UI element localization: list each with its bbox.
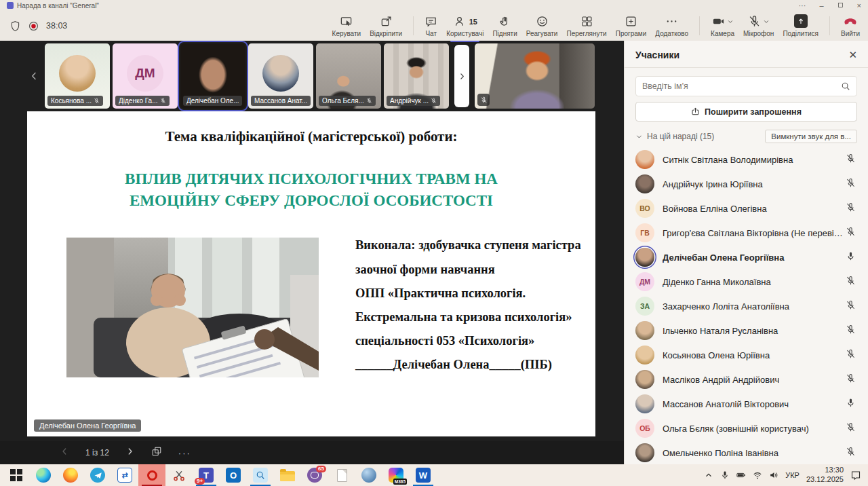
avatar bbox=[635, 321, 654, 340]
participant-row-speaking[interactable]: Делічебан Олена Георгіївна bbox=[625, 245, 868, 269]
slide-body-text: Виконала: здобувачка ступеня магістра за… bbox=[355, 238, 591, 381]
previous-slide-button[interactable] bbox=[60, 447, 69, 459]
taskbar-app-teams[interactable]: T9+ bbox=[193, 464, 220, 486]
window-close-button[interactable]: × bbox=[857, 2, 861, 9]
video-tile[interactable]: Ольга Бєля... bbox=[316, 43, 381, 109]
start-button[interactable] bbox=[3, 464, 30, 486]
apps-button[interactable]: Програми bbox=[616, 15, 647, 39]
taskbar-app-firefox[interactable] bbox=[57, 464, 84, 486]
taskbar-app-opera[interactable] bbox=[138, 464, 165, 486]
manage-button[interactable]: Керувати bbox=[332, 15, 361, 39]
microphone-button[interactable]: Мікрофон bbox=[743, 15, 774, 39]
taskbar-app-teamviewer[interactable]: ⇄ bbox=[111, 464, 138, 486]
mic-muted-icon bbox=[846, 202, 856, 215]
participant-row[interactable]: Ільченко Наталя Русланівна bbox=[625, 318, 868, 343]
participant-row[interactable]: ГВГригор'єва Світлана Вікторівна (Не пер… bbox=[625, 221, 868, 245]
people-button[interactable]: 15Користувачі bbox=[446, 15, 484, 39]
copilot-label: M365 bbox=[393, 479, 407, 485]
mic-muted-icon bbox=[160, 98, 166, 104]
slide-thumbnails-button[interactable] bbox=[151, 446, 162, 460]
participant-row[interactable]: ОБОльга Бєляк (зовнішній користувач) bbox=[625, 416, 868, 441]
opera-icon bbox=[147, 470, 157, 481]
filmstrip-next-button[interactable] bbox=[454, 45, 469, 107]
raise-hand-button[interactable]: Підняти bbox=[492, 15, 517, 39]
mic-muted-icon bbox=[366, 98, 372, 104]
avatar bbox=[59, 55, 96, 92]
unpin-button[interactable]: Відкріпити bbox=[370, 15, 402, 39]
taskbar-app-snipping-tool[interactable] bbox=[165, 464, 193, 486]
avatar-speaking bbox=[635, 248, 654, 267]
participant-row[interactable]: ДМДіденко Ганна Миколаївна bbox=[625, 269, 868, 294]
participant-row[interactable]: ЗАЗахарченко Лоліта Анатоліївна bbox=[625, 294, 868, 318]
window-more-button[interactable]: ··· bbox=[798, 2, 806, 9]
participant-name: Войнова Елліна Олегівна bbox=[663, 204, 846, 214]
camera-button[interactable]: Камера bbox=[711, 15, 734, 39]
taskbar-app-telegram[interactable] bbox=[84, 464, 111, 486]
panel-close-button[interactable]: ✕ bbox=[848, 49, 857, 61]
participant-row[interactable]: Ситнік Світлана Володимирівна bbox=[625, 147, 868, 172]
chevron-down-icon[interactable] bbox=[727, 18, 734, 25]
avatar-initials: ДМ bbox=[127, 55, 163, 92]
share-button[interactable]: Поділитися bbox=[783, 14, 818, 39]
taskbar-app-skype[interactable] bbox=[355, 464, 382, 486]
taskbar-app-outlook[interactable]: O bbox=[220, 464, 247, 486]
video-tile[interactable]: Андрійчук ... bbox=[384, 43, 449, 109]
react-button[interactable]: Реагувати bbox=[526, 15, 558, 39]
participant-row[interactable]: ВОВойнова Елліна Олегівна bbox=[625, 196, 868, 221]
speaker-icon[interactable] bbox=[769, 470, 778, 480]
leave-button[interactable]: Вийти bbox=[841, 13, 860, 39]
self-video-tile[interactable] bbox=[475, 43, 595, 109]
window-maximize-button[interactable] bbox=[837, 2, 844, 9]
action-center-icon[interactable] bbox=[850, 470, 861, 481]
chat-button[interactable]: Чат bbox=[425, 15, 437, 39]
viber-notification-badge: 65 bbox=[316, 466, 326, 472]
next-slide-button[interactable] bbox=[125, 447, 135, 459]
taskbar-app-copilot[interactable]: M365 bbox=[382, 464, 410, 486]
video-tile-active-speaker[interactable]: Делічебан Оле... bbox=[180, 43, 245, 109]
participant-search[interactable] bbox=[635, 76, 857, 96]
language-indicator[interactable]: УКР bbox=[785, 471, 800, 479]
section-label[interactable]: На цій нараді (15) bbox=[647, 132, 765, 141]
chevron-down-icon[interactable] bbox=[635, 133, 643, 141]
taskbar-app-search[interactable] bbox=[247, 464, 274, 486]
hang-up-icon bbox=[843, 13, 858, 28]
window-minimize-button[interactable]: – bbox=[819, 2, 823, 9]
participant-name: Массанов Анатолій Вікторович bbox=[663, 399, 846, 409]
view-button[interactable]: Переглянути bbox=[566, 15, 606, 39]
participant-row[interactable]: Косьянова Олена Юріївна bbox=[625, 343, 868, 367]
taskbar-app-notepad[interactable] bbox=[328, 464, 355, 486]
search-input[interactable] bbox=[642, 81, 841, 91]
participant-row[interactable]: Омельченко Поліна Іванівна bbox=[625, 441, 868, 464]
clock[interactable]: 13:30 23.12.2025 bbox=[806, 466, 844, 485]
avatar-initials: ДМ bbox=[635, 272, 654, 291]
slide-more-button[interactable]: ··· bbox=[178, 448, 191, 458]
participant-name: Захарченко Лоліта Анатоліївна bbox=[663, 301, 846, 312]
mic-muted-icon bbox=[431, 98, 437, 104]
tray-mic-icon[interactable] bbox=[720, 470, 730, 480]
avatar bbox=[635, 345, 654, 364]
taskbar-app-edge[interactable] bbox=[30, 464, 57, 486]
participant-row[interactable]: Масліков Андрій Андрійович bbox=[625, 367, 868, 392]
video-tile[interactable]: ДМ Діденко Га... bbox=[113, 43, 178, 109]
participant-row[interactable]: Андрійчук Ірина Юріївна bbox=[625, 172, 868, 196]
battery-icon[interactable] bbox=[736, 470, 746, 480]
hidden-icons-caret[interactable] bbox=[704, 470, 713, 480]
taskbar-app-file-explorer[interactable] bbox=[274, 464, 301, 486]
meeting-timer: 38:03 bbox=[46, 21, 67, 31]
taskbar-app-word[interactable]: W bbox=[410, 464, 437, 486]
filmstrip-prev-button[interactable] bbox=[28, 71, 39, 81]
smiley-icon bbox=[536, 15, 549, 28]
mute-all-button[interactable]: Вимкнути звук для в... bbox=[765, 130, 857, 143]
tile-name-badge: Массанов Анат... bbox=[251, 96, 311, 106]
taskbar-app-viber[interactable]: 65 bbox=[301, 464, 328, 486]
video-tile[interactable]: Косьянова ... bbox=[45, 43, 110, 109]
wifi-icon[interactable] bbox=[753, 470, 762, 480]
avatar bbox=[635, 150, 654, 169]
mic-muted-icon bbox=[846, 178, 856, 191]
video-tile[interactable]: Массанов Анат... bbox=[248, 43, 313, 109]
chevron-down-icon[interactable] bbox=[763, 18, 770, 25]
participant-name: Ільченко Наталя Русланівна bbox=[663, 326, 846, 336]
share-invite-button[interactable]: Поширити запрошення bbox=[635, 102, 857, 122]
participant-row[interactable]: Массанов Анатолій Вікторович bbox=[625, 392, 868, 416]
more-options-button[interactable]: Додатково bbox=[655, 15, 688, 39]
